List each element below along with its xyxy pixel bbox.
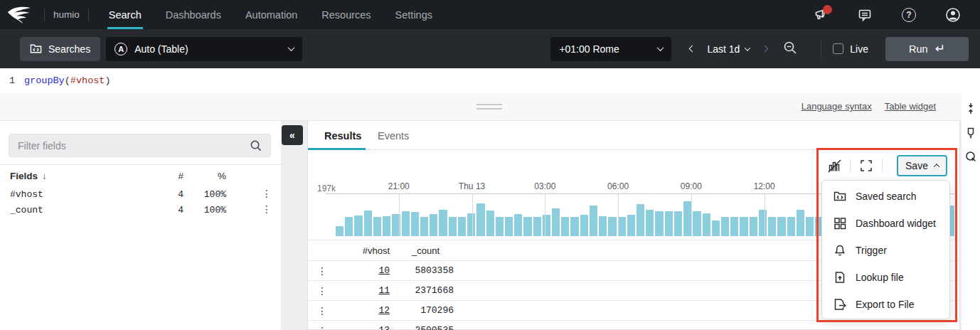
histogram-bar[interactable] [712,220,720,236]
zoom-out-time-icon[interactable] [782,40,798,58]
resize-handle[interactable] [476,104,502,112]
histogram-bar[interactable] [476,203,484,236]
inspect-search-icon[interactable] [965,151,977,163]
histogram-bar[interactable] [683,201,691,236]
histogram-bar[interactable] [402,211,410,236]
language-syntax-link[interactable]: Language syntax [801,101,872,112]
histogram-bar[interactable] [730,217,738,236]
vhost-value-link[interactable]: 11 [336,285,390,296]
histogram-bar[interactable] [420,217,428,236]
collapse-vertical-icon[interactable] [965,102,976,115]
field-menu-kebab-icon[interactable]: ⋮ [261,188,272,199]
row-menu-kebab-icon[interactable]: ⋮ [308,265,336,277]
field-row-count[interactable]: _count 4 100% ⋮ [0,205,281,220]
account-icon[interactable] [944,6,962,23]
histogram-bar[interactable] [523,217,531,236]
histogram-bar[interactable] [354,215,362,236]
histogram-bar[interactable] [797,210,804,236]
histogram-bar[interactable] [383,216,390,236]
nav-item-dashboards[interactable]: Dashboards [164,0,223,29]
histogram-bar[interactable] [543,215,550,236]
histogram-bar[interactable] [449,217,457,236]
histogram-bar[interactable] [345,217,353,236]
histogram-bar[interactable] [693,211,701,236]
live-checkbox[interactable]: Live [833,43,868,55]
histogram-bar[interactable] [364,211,372,236]
menu-item-trigger[interactable]: Trigger [822,237,949,264]
histogram-bar[interactable] [618,217,626,236]
histogram-bar[interactable] [777,217,785,236]
nav-item-settings[interactable]: Settings [394,0,434,29]
table-widget-link[interactable]: Table widget [885,101,936,112]
histogram-bar[interactable] [486,211,494,236]
histogram-bar[interactable] [674,211,682,236]
histogram-bar[interactable] [627,215,635,236]
histogram-bar[interactable] [533,217,541,236]
histogram-bar[interactable] [373,217,381,236]
time-forward-button[interactable] [754,38,775,60]
histogram-bar[interactable] [665,211,673,236]
tab-events[interactable]: Events [378,121,409,150]
help-icon[interactable]: ? [900,6,917,23]
searches-button[interactable]: Searches [20,37,100,61]
run-button[interactable]: Run ↵ [885,37,969,61]
announcements-icon[interactable] [812,6,829,23]
row-menu-kebab-icon[interactable]: ⋮ [308,305,336,316]
crowdstrike-falcon-logo-icon[interactable] [7,6,36,24]
fullscreen-icon[interactable] [858,157,875,174]
vhost-value-link[interactable]: 13 [336,325,390,330]
field-menu-kebab-icon[interactable]: ⋮ [261,203,272,215]
histogram-bar[interactable] [411,212,419,236]
view-mode-select[interactable]: A Auto (Table) [106,37,302,61]
vhost-value-link[interactable]: 10 [336,265,390,276]
nav-item-search[interactable]: Search [107,0,143,29]
tab-results[interactable]: Results [324,121,361,150]
histogram-bar[interactable] [439,210,447,236]
histogram-bar[interactable] [646,210,654,236]
field-row-vhost[interactable]: #vhost 4 100% ⋮ [0,189,281,205]
histogram-bar[interactable] [336,226,343,236]
vhost-value-link[interactable]: 12 [336,305,390,316]
checkbox-icon[interactable] [833,43,843,54]
histogram-bar[interactable] [703,213,710,236]
lightbulb-icon[interactable] [965,127,976,139]
histogram-bar[interactable] [608,217,616,236]
histogram-bar[interactable] [740,217,747,236]
row-menu-kebab-icon[interactable]: ⋮ [308,325,336,330]
histogram-bar[interactable] [496,217,504,236]
menu-item-export-to-file[interactable]: Export to File [822,291,949,318]
histogram-bar[interactable] [599,216,607,236]
time-range-select[interactable]: Last 1d [707,43,750,55]
histogram-bar[interactable] [458,217,466,236]
histogram-bar[interactable] [505,217,513,236]
save-button[interactable]: Save [897,155,947,176]
histogram-bar[interactable] [655,211,663,236]
timezone-select[interactable]: +01:00 Rome [550,37,671,61]
histogram-bar[interactable] [514,214,522,236]
histogram-bar[interactable] [590,206,597,236]
histogram-bar[interactable] [806,217,814,236]
histogram-bar[interactable] [561,217,569,236]
histogram-bar[interactable] [570,217,578,236]
nav-item-automation[interactable]: Automation [244,0,299,29]
time-back-button[interactable] [681,38,703,60]
histogram-bar[interactable] [637,204,644,236]
feedback-chat-icon[interactable] [856,6,873,23]
histogram-bar[interactable] [759,210,767,236]
histogram-bar[interactable] [750,217,757,236]
nav-item-resources[interactable]: Resources [320,0,372,29]
histogram-bar[interactable] [552,208,560,236]
collapse-fields-panel-button[interactable]: « [282,125,303,145]
histogram-bar[interactable] [787,217,795,236]
filter-fields-input[interactable] [18,140,250,151]
histogram-bar[interactable] [768,217,776,236]
column-header-count[interactable]: _count [390,245,454,256]
column-header-vhost[interactable]: #vhost [336,245,390,256]
toggle-histogram-icon[interactable] [826,157,843,174]
histogram-bar[interactable] [721,217,729,236]
histogram-bar[interactable] [580,215,588,236]
histogram-bar[interactable] [430,214,437,236]
query-editor[interactable]: 1 groupBy(#vhost) [0,68,980,93]
menu-item-dashboard-widget[interactable]: Dashboard widget [822,210,949,237]
fields-header-label[interactable]: Fields↓ [10,171,47,181]
